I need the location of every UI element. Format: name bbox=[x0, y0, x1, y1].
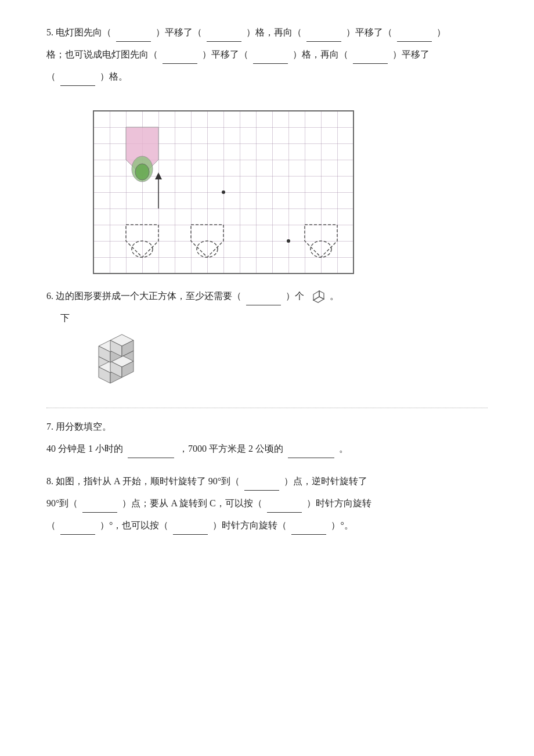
svg-point-4 bbox=[135, 164, 149, 180]
q5-blank7[interactable] bbox=[353, 52, 388, 64]
q8-line3-text1: （ bbox=[46, 520, 56, 530]
q5-blank8[interactable] bbox=[60, 74, 95, 86]
q5-line1: 5. 电灯图先向（ ）平移了（ ）格，再向（ ）平移了（ ） bbox=[46, 23, 488, 42]
q5-blank2[interactable] bbox=[207, 30, 241, 42]
q8-blank5[interactable] bbox=[173, 523, 208, 535]
q5-blank6[interactable] bbox=[253, 52, 288, 64]
q7-line1: 7. 用分数填空。 bbox=[46, 417, 488, 436]
q5-blank1[interactable] bbox=[116, 30, 151, 42]
q5-blank4[interactable] bbox=[397, 30, 432, 42]
q7-text3: 。 bbox=[339, 444, 348, 453]
q5-line3-text1: （ bbox=[46, 71, 56, 81]
q5-text2: ）平移了（ bbox=[156, 27, 202, 37]
q8-line1: 8. 如图，指针从 A 开始，顺时针旋转了 90°到（ ）点，逆时针旋转了 bbox=[46, 472, 488, 491]
q5-text7: ）格，再向（ bbox=[293, 49, 348, 59]
q8-text4: ）时针方向旋转 bbox=[306, 498, 371, 508]
q8-line3: （ ）°，也可以按（ ）时针方向旋转（ ）°。 bbox=[46, 516, 488, 535]
q6-line1: 6. 边的图形要拼成一个大正方体，至少还需要（ ）个 。 bbox=[46, 287, 488, 305]
q6-blank1[interactable] bbox=[246, 294, 281, 305]
q5-line2: 格；也可说成电灯图先向（ ）平移了（ ）格，再向（ ）平移了 bbox=[46, 45, 488, 64]
q8-blank1[interactable] bbox=[244, 479, 279, 491]
q5-text3: ）格，再向（ bbox=[246, 27, 302, 37]
divider-1 bbox=[46, 408, 488, 408]
q7-blank1[interactable] bbox=[128, 447, 174, 458]
q8-text5: ）°，也可以按（ bbox=[100, 520, 168, 530]
q5-text8: ）平移了 bbox=[392, 49, 430, 59]
q8-text3: ）点；要从 A 旋转到 C，可以按（ bbox=[122, 498, 262, 508]
q8-text2: ）点，逆时针旋转了 bbox=[284, 476, 367, 486]
question-6: 6. 边的图形要拼成一个大正方体，至少还需要（ ）个 。 下 .cube-fac… bbox=[46, 287, 488, 394]
block-svg: .cube-face-top { fill: #f0f0f0; stroke: … bbox=[93, 333, 163, 391]
q5-text9: ）格。 bbox=[100, 71, 128, 81]
grid-svg bbox=[93, 111, 353, 273]
q6-text1: 6. 边的图形要拼成一个大正方体，至少还需要（ bbox=[46, 291, 241, 301]
question-7: 7. 用分数填空。 40 分钟是 1 小时的 ，7000 平方米是 2 公顷的 … bbox=[46, 417, 488, 458]
svg-point-12 bbox=[222, 190, 225, 194]
q6-text2: ）个 bbox=[286, 291, 304, 301]
q8-text7: ）°。 bbox=[331, 520, 353, 530]
q5-blank5[interactable] bbox=[163, 52, 197, 64]
q7-text1: 7. 用分数填空。 bbox=[46, 422, 111, 431]
question-8: 8. 如图，指针从 A 开始，顺时针旋转了 90°到（ ）点，逆时针旋转了 90… bbox=[46, 472, 488, 535]
svg-point-13 bbox=[287, 239, 290, 243]
q7-text2: ，7000 平方米是 2 公顷的 bbox=[179, 444, 283, 453]
q5-line3: （ ）格。 bbox=[46, 67, 488, 86]
q8-blank3[interactable] bbox=[267, 501, 302, 513]
grid-diagram bbox=[93, 110, 354, 274]
q8-blank4[interactable] bbox=[60, 523, 95, 535]
svg-marker-15 bbox=[313, 297, 324, 303]
q7-line1: 40 分钟是 1 小时的 bbox=[46, 444, 123, 453]
q8-text1: 8. 如图，指针从 A 开始，顺时针旋转了 90°到（ bbox=[46, 476, 240, 486]
q5-text1: 5. 电灯图先向（ bbox=[46, 27, 111, 37]
q6-text4: 下 bbox=[60, 313, 70, 323]
q8-blank6[interactable] bbox=[291, 523, 326, 535]
svg-marker-16 bbox=[319, 291, 324, 299]
q8-line2: 90°到（ ）点；要从 A 旋转到 C，可以按（ ）时针方向旋转 bbox=[46, 494, 488, 513]
q8-blank2[interactable] bbox=[82, 501, 117, 513]
q8-text6: ）时针方向旋转（ bbox=[212, 520, 287, 530]
cube-diagram: .cube-face-top { fill: #f0f0f0; stroke: … bbox=[93, 333, 488, 394]
q5-text5: ） bbox=[436, 27, 446, 37]
q7-blank2[interactable] bbox=[288, 447, 334, 458]
q5-line2-text1: 格；也可说成电灯图先向（ bbox=[46, 49, 158, 59]
q7-line2: 40 分钟是 1 小时的 ，7000 平方米是 2 公顷的 。 bbox=[46, 440, 488, 458]
q5-blank3[interactable] bbox=[306, 30, 341, 42]
cube-icon bbox=[309, 289, 325, 305]
q6-text3: 。 bbox=[330, 291, 339, 301]
q5-text4: ）平移了（ bbox=[346, 27, 392, 37]
q6-sub: 下 bbox=[60, 309, 488, 327]
q8-line2-text1: 90°到（ bbox=[46, 498, 78, 508]
question-5: 5. 电灯图先向（ ）平移了（ ）格，再向（ ）平移了（ ） 格；也可说成电灯图… bbox=[46, 23, 488, 86]
q5-text6: ）平移了（ bbox=[202, 49, 248, 59]
